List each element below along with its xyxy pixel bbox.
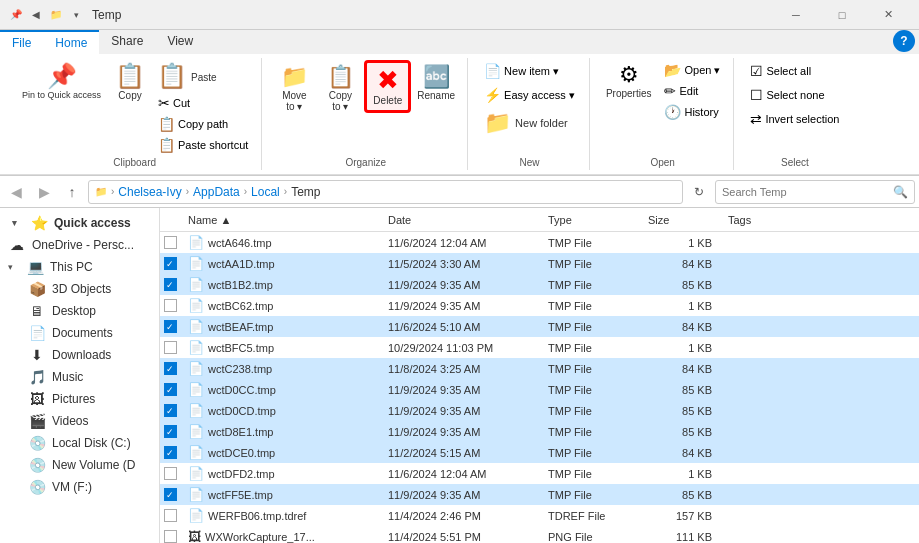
minimize-button[interactable]: ─ bbox=[773, 0, 819, 30]
row-checkbox[interactable]: ✓ bbox=[160, 320, 180, 333]
table-row[interactable]: ✓📄wctD0CD.tmp11/9/2024 9:35 AMTMP File85… bbox=[160, 400, 919, 421]
col-header-name[interactable]: Name ▲ bbox=[180, 211, 380, 229]
row-checkbox[interactable]: ✓ bbox=[160, 404, 180, 417]
move-to-button[interactable]: 📁 Move to ▾ bbox=[272, 60, 316, 116]
copy-path-button[interactable]: 📋 Copy path bbox=[153, 114, 233, 134]
copy-button[interactable]: 📋 Copy bbox=[109, 60, 151, 105]
checkbox[interactable] bbox=[164, 467, 177, 480]
table-row[interactable]: 📄WERFB06.tmp.tdref11/4/2024 2:46 PMTDREF… bbox=[160, 505, 919, 526]
checkbox[interactable]: ✓ bbox=[164, 383, 177, 396]
tab-view[interactable]: View bbox=[155, 30, 205, 54]
table-row[interactable]: ✓📄wctC238.tmp11/8/2024 3:25 AMTMP File84… bbox=[160, 358, 919, 379]
checkbox[interactable] bbox=[164, 509, 177, 522]
table-row[interactable]: 🖼WXWorkCapture_17...11/4/2024 5:51 PMPNG… bbox=[160, 526, 919, 543]
bc-chelsea[interactable]: Chelsea-Ivy bbox=[118, 185, 181, 199]
close-button[interactable]: ✕ bbox=[865, 0, 911, 30]
search-input[interactable] bbox=[722, 186, 889, 198]
select-all-button[interactable]: ☑ Select all bbox=[744, 60, 845, 82]
paste-button[interactable]: 📋 Paste bbox=[153, 60, 221, 92]
rename-button[interactable]: 🔤 Rename bbox=[413, 60, 459, 105]
checkbox[interactable]: ✓ bbox=[164, 404, 177, 417]
bc-local[interactable]: Local bbox=[251, 185, 280, 199]
row-checkbox[interactable]: ✓ bbox=[160, 362, 180, 375]
sidebar-item-music[interactable]: 🎵 Music bbox=[0, 366, 159, 388]
new-item-button[interactable]: 📄 New item ▾ bbox=[478, 60, 581, 82]
table-row[interactable]: 📄wctDFD2.tmp11/6/2024 12:04 AMTMP File1 … bbox=[160, 463, 919, 484]
sidebar-item-this-pc[interactable]: ▾ 💻 This PC bbox=[0, 256, 159, 278]
checkbox[interactable] bbox=[164, 299, 177, 312]
table-row[interactable]: ✓📄wctDCE0.tmp11/2/2024 5:15 AMTMP File84… bbox=[160, 442, 919, 463]
col-header-type[interactable]: Type bbox=[540, 211, 640, 229]
table-row[interactable]: ✓📄wctBEAF.tmp11/6/2024 5:10 AMTMP File84… bbox=[160, 316, 919, 337]
maximize-button[interactable]: □ bbox=[819, 0, 865, 30]
table-row[interactable]: 📄wctA646.tmp11/6/2024 12:04 AMTMP File1 … bbox=[160, 232, 919, 253]
row-checkbox[interactable] bbox=[160, 341, 180, 354]
checkbox[interactable] bbox=[164, 341, 177, 354]
table-row[interactable]: 📄wctBFC5.tmp10/29/2024 11:03 PMTMP File1… bbox=[160, 337, 919, 358]
edit-button[interactable]: ✏ Edit bbox=[659, 81, 725, 101]
col-header-date[interactable]: Date bbox=[380, 211, 540, 229]
row-checkbox[interactable] bbox=[160, 467, 180, 480]
sidebar-item-pictures[interactable]: 🖼 Pictures bbox=[0, 388, 159, 410]
row-checkbox[interactable]: ✓ bbox=[160, 425, 180, 438]
title-caret[interactable]: ▾ bbox=[68, 7, 84, 23]
row-checkbox[interactable] bbox=[160, 236, 180, 249]
table-row[interactable]: ✓📄wctD8E1.tmp11/9/2024 9:35 AMTMP File85… bbox=[160, 421, 919, 442]
table-row[interactable]: ✓📄wctAA1D.tmp11/5/2024 3:30 AMTMP File84… bbox=[160, 253, 919, 274]
easy-access-button[interactable]: ⚡ Easy access ▾ bbox=[478, 84, 581, 106]
help-button[interactable]: ? bbox=[893, 30, 915, 52]
checkbox[interactable]: ✓ bbox=[164, 257, 177, 270]
sidebar-item-videos[interactable]: 🎬 Videos bbox=[0, 410, 159, 432]
select-none-button[interactable]: ☐ Select none bbox=[744, 84, 845, 106]
new-folder-button[interactable]: 📁 New folder bbox=[478, 108, 581, 138]
copy-to-button[interactable]: 📋 Copy to ▾ bbox=[318, 60, 362, 116]
forward-button[interactable]: ▶ bbox=[32, 180, 56, 204]
checkbox[interactable]: ✓ bbox=[164, 320, 177, 333]
bc-appdata[interactable]: AppData bbox=[193, 185, 240, 199]
refresh-button[interactable]: ↻ bbox=[687, 180, 711, 204]
back-button[interactable]: ◀ bbox=[4, 180, 28, 204]
sidebar-item-3d-objects[interactable]: 📦 3D Objects bbox=[0, 278, 159, 300]
row-checkbox[interactable] bbox=[160, 509, 180, 522]
row-checkbox[interactable]: ✓ bbox=[160, 278, 180, 291]
sidebar-item-desktop[interactable]: 🖥 Desktop bbox=[0, 300, 159, 322]
table-row[interactable]: ✓📄wctB1B2.tmp11/9/2024 9:35 AMTMP File85… bbox=[160, 274, 919, 295]
checkbox[interactable]: ✓ bbox=[164, 488, 177, 501]
row-checkbox[interactable] bbox=[160, 530, 180, 543]
properties-button[interactable]: ⚙ Properties bbox=[600, 60, 658, 103]
col-header-tags[interactable]: Tags bbox=[720, 211, 919, 229]
cut-button[interactable]: ✂ Cut bbox=[153, 93, 195, 113]
pin-quick-access-button[interactable]: 📌 Pin to Quick access bbox=[16, 60, 107, 105]
checkbox[interactable]: ✓ bbox=[164, 446, 177, 459]
row-checkbox[interactable] bbox=[160, 299, 180, 312]
sidebar-item-local-disk[interactable]: 💿 Local Disk (C:) bbox=[0, 432, 159, 454]
history-button[interactable]: 🕐 History bbox=[659, 102, 725, 122]
row-checkbox[interactable]: ✓ bbox=[160, 257, 180, 270]
checkbox[interactable]: ✓ bbox=[164, 278, 177, 291]
open-button[interactable]: 📂 Open ▾ bbox=[659, 60, 725, 80]
checkbox[interactable] bbox=[164, 236, 177, 249]
table-row[interactable]: 📄wctBC62.tmp11/9/2024 9:35 AMTMP File1 K… bbox=[160, 295, 919, 316]
paste-shortcut-button[interactable]: 📋 Paste shortcut bbox=[153, 135, 253, 155]
tab-home[interactable]: Home bbox=[43, 30, 99, 54]
row-checkbox[interactable]: ✓ bbox=[160, 446, 180, 459]
up-button[interactable]: ↑ bbox=[60, 180, 84, 204]
sidebar-item-onedrive[interactable]: ☁ OneDrive - Persc... bbox=[0, 234, 159, 256]
col-header-size[interactable]: Size bbox=[640, 211, 720, 229]
tab-share[interactable]: Share bbox=[99, 30, 155, 54]
invert-selection-button[interactable]: ⇄ Invert selection bbox=[744, 108, 845, 130]
sidebar-item-quick-access[interactable]: ▾ ⭐ Quick access bbox=[0, 212, 159, 234]
sidebar-item-documents[interactable]: 📄 Documents bbox=[0, 322, 159, 344]
tab-file[interactable]: File bbox=[0, 30, 43, 54]
sidebar-item-vm[interactable]: 💿 VM (F:) bbox=[0, 476, 159, 498]
checkbox[interactable] bbox=[164, 530, 177, 543]
delete-button[interactable]: ✖ Delete bbox=[364, 60, 411, 113]
row-checkbox[interactable]: ✓ bbox=[160, 383, 180, 396]
sidebar-item-new-volume[interactable]: 💿 New Volume (D bbox=[0, 454, 159, 476]
checkbox[interactable]: ✓ bbox=[164, 425, 177, 438]
table-row[interactable]: ✓📄wctD0CC.tmp11/9/2024 9:35 AMTMP File85… bbox=[160, 379, 919, 400]
sidebar-item-downloads[interactable]: ⬇ Downloads bbox=[0, 344, 159, 366]
checkbox[interactable]: ✓ bbox=[164, 362, 177, 375]
row-checkbox[interactable]: ✓ bbox=[160, 488, 180, 501]
table-row[interactable]: ✓📄wctFF5E.tmp11/9/2024 9:35 AMTMP File85… bbox=[160, 484, 919, 505]
